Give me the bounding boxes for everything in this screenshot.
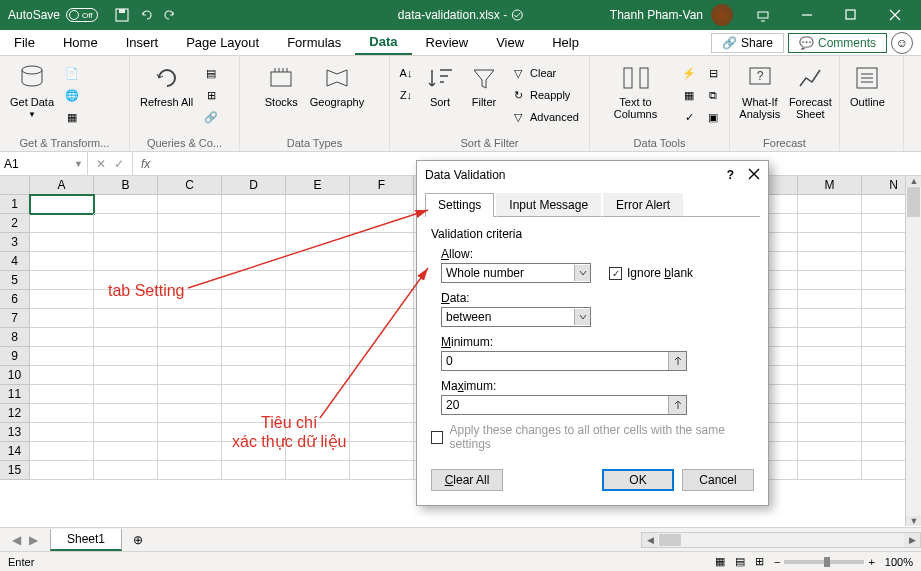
cell[interactable] [94, 461, 158, 480]
column-header[interactable]: E [286, 176, 350, 195]
cell[interactable] [94, 404, 158, 423]
page-layout-icon[interactable]: ▤ [735, 555, 745, 568]
tab-data[interactable]: Data [355, 30, 411, 55]
minimize-icon[interactable] [785, 0, 829, 30]
cell[interactable] [94, 252, 158, 271]
row-header[interactable]: 10 [0, 366, 30, 385]
range-selector-icon[interactable] [668, 396, 686, 414]
cell[interactable] [798, 385, 862, 404]
cell[interactable] [350, 233, 414, 252]
row-header[interactable]: 15 [0, 461, 30, 480]
add-sheet-icon[interactable]: ⊕ [128, 530, 148, 550]
allow-select[interactable]: Whole number [441, 263, 591, 283]
scroll-down-icon[interactable]: ▼ [906, 516, 921, 526]
cell[interactable] [30, 404, 94, 423]
cell[interactable] [798, 366, 862, 385]
cell[interactable] [158, 290, 222, 309]
column-header[interactable]: D [222, 176, 286, 195]
cell[interactable] [94, 271, 158, 290]
scroll-up-icon[interactable]: ▲ [906, 176, 921, 186]
tab-formulas[interactable]: Formulas [273, 30, 355, 55]
chevron-down-icon[interactable] [574, 265, 590, 281]
save-icon[interactable] [114, 7, 130, 23]
cell[interactable] [30, 290, 94, 309]
close-icon[interactable] [748, 168, 760, 183]
cancel-formula-icon[interactable]: ✕ [96, 157, 106, 171]
range-selector-icon[interactable] [668, 352, 686, 370]
redo-icon[interactable] [162, 7, 178, 23]
cell[interactable] [158, 347, 222, 366]
scroll-left-icon[interactable]: ◀ [642, 533, 658, 547]
cell[interactable] [798, 404, 862, 423]
close-icon[interactable] [873, 0, 917, 30]
forecast-sheet-button[interactable]: Forecast Sheet [788, 60, 833, 122]
column-header[interactable]: A [30, 176, 94, 195]
cell[interactable] [30, 195, 94, 214]
cell[interactable] [222, 385, 286, 404]
cell[interactable] [798, 423, 862, 442]
cell[interactable] [286, 290, 350, 309]
dialog-tab-settings[interactable]: Settings [425, 193, 494, 217]
cell[interactable] [286, 214, 350, 233]
cell[interactable] [350, 328, 414, 347]
help-icon[interactable]: ? [727, 168, 734, 182]
cell[interactable] [286, 366, 350, 385]
cell[interactable] [798, 195, 862, 214]
cell[interactable] [222, 195, 286, 214]
row-header[interactable]: 4 [0, 252, 30, 271]
horizontal-scrollbar[interactable]: ◀ ▶ [641, 532, 921, 548]
reapply-button[interactable]: ↻Reapply [508, 86, 581, 104]
ok-button[interactable]: OK [602, 469, 674, 491]
tab-file[interactable]: File [0, 30, 49, 55]
cell[interactable] [350, 404, 414, 423]
cell[interactable] [286, 347, 350, 366]
normal-view-icon[interactable]: ▦ [715, 555, 725, 568]
cell[interactable] [94, 385, 158, 404]
cell[interactable] [286, 442, 350, 461]
cell[interactable] [222, 214, 286, 233]
from-text-button[interactable]: 📄 [62, 64, 82, 82]
cell[interactable] [30, 271, 94, 290]
cell[interactable] [94, 423, 158, 442]
cell[interactable] [158, 385, 222, 404]
minimum-input[interactable]: 0 [441, 351, 687, 371]
cell[interactable] [30, 233, 94, 252]
data-validation-button[interactable]: ✓ [679, 108, 699, 126]
advanced-button[interactable]: ▽Advanced [508, 108, 581, 126]
comments-button[interactable]: 💬Comments [788, 33, 887, 53]
cell[interactable] [158, 404, 222, 423]
cell[interactable] [350, 290, 414, 309]
cell[interactable] [798, 461, 862, 480]
scroll-right-icon[interactable]: ▶ [904, 533, 920, 547]
zoom-in-icon[interactable]: + [868, 556, 874, 568]
cell[interactable] [222, 347, 286, 366]
chevron-down-icon[interactable] [574, 309, 590, 325]
data-select[interactable]: between [441, 307, 591, 327]
cell[interactable] [94, 214, 158, 233]
ribbon-display-icon[interactable] [741, 0, 785, 30]
tab-review[interactable]: Review [412, 30, 483, 55]
cell[interactable] [350, 271, 414, 290]
clear-all-button[interactable]: Clear All [431, 469, 503, 491]
cell[interactable] [158, 328, 222, 347]
cell[interactable] [222, 328, 286, 347]
from-web-button[interactable]: 🌐 [62, 86, 82, 104]
cell[interactable] [30, 423, 94, 442]
cell[interactable] [222, 404, 286, 423]
column-header[interactable]: F [350, 176, 414, 195]
next-sheet-icon[interactable]: ▶ [29, 533, 38, 547]
cell[interactable] [286, 461, 350, 480]
cell[interactable] [222, 290, 286, 309]
cell[interactable] [158, 309, 222, 328]
sheet-tab[interactable]: Sheet1 [50, 529, 122, 551]
cell[interactable] [30, 309, 94, 328]
cell[interactable] [222, 252, 286, 271]
cell[interactable] [222, 461, 286, 480]
ignore-blank-checkbox[interactable]: Ignore blank [609, 266, 693, 280]
tab-page-layout[interactable]: Page Layout [172, 30, 273, 55]
cell[interactable] [222, 366, 286, 385]
tab-help[interactable]: Help [538, 30, 593, 55]
cell[interactable] [158, 366, 222, 385]
tab-home[interactable]: Home [49, 30, 112, 55]
cell[interactable] [94, 442, 158, 461]
